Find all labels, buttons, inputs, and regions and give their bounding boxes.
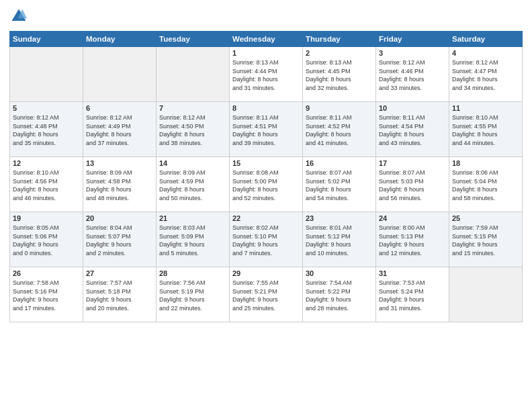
calendar-cell: 16Sunrise: 8:07 AM Sunset: 5:02 PM Dayli… [303, 157, 376, 212]
day-info: Sunrise: 7:55 AM Sunset: 5:21 PM Dayligh… [232, 279, 300, 312]
day-info: Sunrise: 8:08 AM Sunset: 5:00 PM Dayligh… [232, 169, 300, 202]
day-info: Sunrise: 8:11 AM Sunset: 4:52 PM Dayligh… [306, 113, 373, 147]
week-row-4: 19Sunrise: 8:05 AM Sunset: 5:06 PM Dayli… [10, 212, 523, 267]
day-info: Sunrise: 8:05 AM Sunset: 5:06 PM Dayligh… [13, 224, 80, 257]
day-number: 20 [86, 214, 153, 222]
weekday-header-wednesday: Wednesday [230, 32, 303, 47]
day-number: 21 [159, 214, 226, 222]
day-number: 17 [379, 159, 446, 167]
day-info: Sunrise: 7:54 AM Sunset: 5:22 PM Dayligh… [306, 279, 373, 312]
day-info: Sunrise: 8:06 AM Sunset: 5:04 PM Dayligh… [452, 169, 519, 202]
day-info: Sunrise: 8:11 AM Sunset: 4:51 PM Dayligh… [232, 113, 300, 147]
weekday-header-thursday: Thursday [303, 32, 376, 47]
day-number: 31 [379, 269, 446, 277]
calendar-cell: 12Sunrise: 8:10 AM Sunset: 4:56 PM Dayli… [10, 157, 83, 212]
day-number: 13 [86, 159, 153, 167]
calendar-cell: 6Sunrise: 8:12 AM Sunset: 4:49 PM Daylig… [83, 102, 157, 157]
day-info: Sunrise: 8:11 AM Sunset: 4:54 PM Dayligh… [379, 113, 446, 147]
day-number: 6 [86, 104, 153, 112]
logo [9, 7, 30, 26]
day-number: 29 [232, 269, 300, 277]
day-info: Sunrise: 8:04 AM Sunset: 5:07 PM Dayligh… [86, 224, 153, 257]
week-row-3: 12Sunrise: 8:10 AM Sunset: 4:56 PM Dayli… [10, 157, 523, 212]
day-number: 14 [159, 159, 226, 167]
calendar-cell: 30Sunrise: 7:54 AM Sunset: 5:22 PM Dayli… [303, 267, 376, 322]
calendar-header: SundayMondayTuesdayWednesdayThursdayFrid… [10, 32, 523, 47]
calendar-cell: 15Sunrise: 8:08 AM Sunset: 5:00 PM Dayli… [230, 157, 303, 212]
day-info: Sunrise: 8:12 AM Sunset: 4:48 PM Dayligh… [13, 113, 80, 147]
day-info: Sunrise: 8:10 AM Sunset: 4:55 PM Dayligh… [452, 113, 519, 147]
day-number: 28 [159, 269, 226, 277]
week-row-5: 26Sunrise: 7:58 AM Sunset: 5:16 PM Dayli… [10, 267, 523, 322]
calendar-cell: 31Sunrise: 7:53 AM Sunset: 5:24 PM Dayli… [376, 267, 449, 322]
day-number: 8 [232, 104, 300, 112]
calendar-cell: 19Sunrise: 8:05 AM Sunset: 5:06 PM Dayli… [10, 212, 83, 267]
day-info: Sunrise: 8:12 AM Sunset: 4:50 PM Dayligh… [159, 113, 226, 147]
calendar-cell: 24Sunrise: 8:00 AM Sunset: 5:13 PM Dayli… [376, 212, 449, 267]
day-number: 5 [13, 104, 80, 112]
day-info: Sunrise: 8:13 AM Sunset: 4:45 PM Dayligh… [306, 58, 373, 92]
calendar-cell: 25Sunrise: 7:59 AM Sunset: 5:15 PM Dayli… [449, 212, 523, 267]
day-number: 18 [452, 159, 519, 167]
calendar-cell: 20Sunrise: 8:04 AM Sunset: 5:07 PM Dayli… [83, 212, 157, 267]
day-number: 1 [232, 49, 300, 57]
day-number: 15 [232, 159, 300, 167]
calendar-cell: 1Sunrise: 8:13 AM Sunset: 4:44 PM Daylig… [230, 47, 303, 102]
day-number: 12 [13, 159, 80, 167]
calendar-cell: 8Sunrise: 8:11 AM Sunset: 4:51 PM Daylig… [230, 102, 303, 157]
day-info: Sunrise: 8:12 AM Sunset: 4:46 PM Dayligh… [379, 58, 446, 92]
day-number: 10 [379, 104, 446, 112]
day-info: Sunrise: 8:12 AM Sunset: 4:49 PM Dayligh… [86, 113, 153, 147]
day-info: Sunrise: 7:58 AM Sunset: 5:16 PM Dayligh… [13, 279, 80, 312]
day-info: Sunrise: 8:00 AM Sunset: 5:13 PM Dayligh… [379, 224, 446, 257]
calendar-cell: 3Sunrise: 8:12 AM Sunset: 4:46 PM Daylig… [376, 47, 449, 102]
day-number: 4 [452, 49, 519, 57]
calendar-cell: 22Sunrise: 8:02 AM Sunset: 5:10 PM Dayli… [230, 212, 303, 267]
calendar-cell [83, 47, 157, 102]
calendar-cell: 21Sunrise: 8:03 AM Sunset: 5:09 PM Dayli… [157, 212, 230, 267]
calendar-body: 1Sunrise: 8:13 AM Sunset: 4:44 PM Daylig… [10, 47, 523, 322]
day-number: 25 [452, 214, 519, 222]
day-number: 7 [159, 104, 226, 112]
calendar-cell: 5Sunrise: 8:12 AM Sunset: 4:48 PM Daylig… [10, 102, 83, 157]
weekday-header-monday: Monday [83, 32, 157, 47]
day-number: 9 [306, 104, 373, 112]
calendar-cell: 4Sunrise: 8:12 AM Sunset: 4:47 PM Daylig… [449, 47, 523, 102]
calendar-cell: 18Sunrise: 8:06 AM Sunset: 5:04 PM Dayli… [449, 157, 523, 212]
day-info: Sunrise: 8:03 AM Sunset: 5:09 PM Dayligh… [159, 224, 226, 257]
day-number: 30 [306, 269, 373, 277]
header [9, 7, 523, 26]
day-info: Sunrise: 8:09 AM Sunset: 4:58 PM Dayligh… [86, 169, 153, 202]
calendar-cell: 29Sunrise: 7:55 AM Sunset: 5:21 PM Dayli… [230, 267, 303, 322]
calendar-cell: 9Sunrise: 8:11 AM Sunset: 4:52 PM Daylig… [303, 102, 376, 157]
day-number: 22 [232, 214, 300, 222]
calendar-cell: 23Sunrise: 8:01 AM Sunset: 5:12 PM Dayli… [303, 212, 376, 267]
calendar-cell: 14Sunrise: 8:09 AM Sunset: 4:59 PM Dayli… [157, 157, 230, 212]
page: SundayMondayTuesdayWednesdayThursdayFrid… [0, 0, 532, 411]
day-info: Sunrise: 7:56 AM Sunset: 5:19 PM Dayligh… [159, 279, 226, 312]
calendar-cell: 7Sunrise: 8:12 AM Sunset: 4:50 PM Daylig… [157, 102, 230, 157]
week-row-1: 1Sunrise: 8:13 AM Sunset: 4:44 PM Daylig… [10, 47, 523, 102]
day-info: Sunrise: 7:59 AM Sunset: 5:15 PM Dayligh… [452, 224, 519, 257]
calendar-cell: 27Sunrise: 7:57 AM Sunset: 5:18 PM Dayli… [83, 267, 157, 322]
day-info: Sunrise: 8:09 AM Sunset: 4:59 PM Dayligh… [159, 169, 226, 202]
calendar-cell: 13Sunrise: 8:09 AM Sunset: 4:58 PM Dayli… [83, 157, 157, 212]
day-info: Sunrise: 7:57 AM Sunset: 5:18 PM Dayligh… [86, 279, 153, 312]
week-row-2: 5Sunrise: 8:12 AM Sunset: 4:48 PM Daylig… [10, 102, 523, 157]
day-info: Sunrise: 8:13 AM Sunset: 4:44 PM Dayligh… [232, 58, 300, 92]
day-info: Sunrise: 8:01 AM Sunset: 5:12 PM Dayligh… [306, 224, 373, 257]
weekday-header-tuesday: Tuesday [157, 32, 230, 47]
calendar-cell: 28Sunrise: 7:56 AM Sunset: 5:19 PM Dayli… [157, 267, 230, 322]
day-info: Sunrise: 7:53 AM Sunset: 5:24 PM Dayligh… [379, 279, 446, 312]
day-number: 16 [306, 159, 373, 167]
calendar-cell: 26Sunrise: 7:58 AM Sunset: 5:16 PM Dayli… [10, 267, 83, 322]
day-number: 23 [306, 214, 373, 222]
day-number: 3 [379, 49, 446, 57]
day-info: Sunrise: 8:02 AM Sunset: 5:10 PM Dayligh… [232, 224, 300, 257]
calendar-cell: 11Sunrise: 8:10 AM Sunset: 4:55 PM Dayli… [449, 102, 523, 157]
calendar-cell: 17Sunrise: 8:07 AM Sunset: 5:03 PM Dayli… [376, 157, 449, 212]
calendar-cell: 2Sunrise: 8:13 AM Sunset: 4:45 PM Daylig… [303, 47, 376, 102]
day-number: 26 [13, 269, 80, 277]
day-number: 2 [306, 49, 373, 57]
calendar-cell [449, 267, 523, 322]
